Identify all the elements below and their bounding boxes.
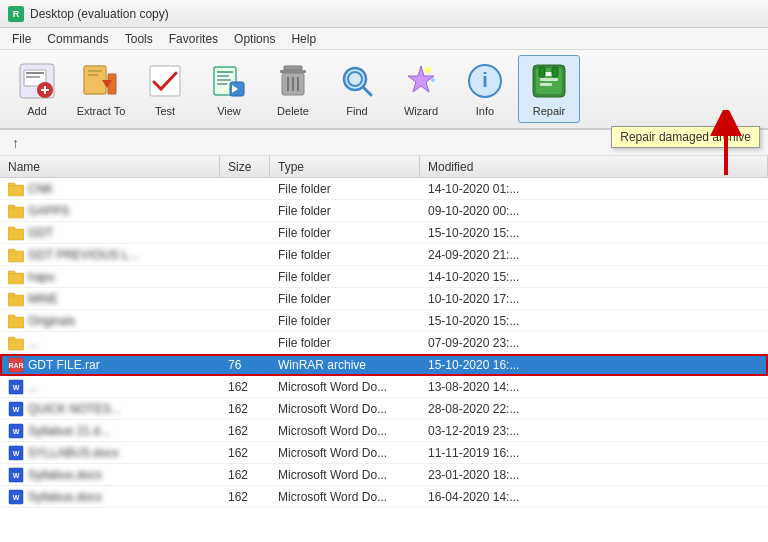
- table-row[interactable]: MINE File folder 10-10-2020 17:...: [0, 288, 768, 310]
- table-row[interactable]: W Syllabus 21.d... 162 Microsoft Word Do…: [0, 420, 768, 442]
- file-size: [220, 342, 270, 344]
- nav-up-button[interactable]: ↑: [6, 133, 25, 153]
- file-size: 76: [220, 357, 270, 373]
- menu-tools[interactable]: Tools: [117, 30, 161, 48]
- table-row[interactable]: W Syllabus.docx 162 Microsoft Word Do...…: [0, 464, 768, 486]
- tooltip: Repair damaged archive: [611, 126, 760, 148]
- svg-point-30: [425, 67, 431, 73]
- file-type: Microsoft Word Do...: [270, 467, 420, 483]
- svg-rect-16: [217, 79, 231, 81]
- file-size: [220, 298, 270, 300]
- table-row[interactable]: W SYLLABUS.docx 162 Microsoft Word Do...…: [0, 442, 768, 464]
- add-label: Add: [27, 105, 47, 117]
- table-row[interactable]: GDT File folder 15-10-2020 15:...: [0, 222, 768, 244]
- file-name: ...: [0, 334, 220, 352]
- find-icon: [337, 61, 377, 101]
- svg-rect-17: [217, 83, 227, 85]
- svg-rect-52: [8, 271, 15, 274]
- menu-file[interactable]: File: [4, 30, 39, 48]
- table-row[interactable]: GAPPS File folder 09-10-2020 00:...: [0, 200, 768, 222]
- svg-rect-39: [539, 67, 545, 77]
- file-icon: [8, 203, 24, 219]
- file-type: File folder: [270, 225, 420, 241]
- col-type[interactable]: Type: [270, 156, 420, 177]
- svg-text:W: W: [13, 406, 20, 413]
- file-icon: RAR: [8, 357, 24, 373]
- svg-rect-50: [8, 249, 15, 252]
- menu-options[interactable]: Options: [226, 30, 283, 48]
- menu-help[interactable]: Help: [283, 30, 324, 48]
- view-button[interactable]: View: [198, 55, 260, 123]
- svg-rect-56: [8, 315, 15, 318]
- menu-commands[interactable]: Commands: [39, 30, 116, 48]
- svg-text:W: W: [13, 450, 20, 457]
- test-button[interactable]: Test: [134, 55, 196, 123]
- svg-rect-54: [8, 293, 15, 296]
- file-icon: W: [8, 379, 24, 395]
- svg-rect-47: [8, 229, 24, 240]
- file-modified: 14-10-2020 01:...: [420, 181, 768, 197]
- file-size: [220, 188, 270, 190]
- file-name: MINE: [0, 290, 220, 308]
- svg-rect-51: [8, 273, 24, 284]
- file-modified: 28-08-2020 22:...: [420, 401, 768, 417]
- file-icon: W: [8, 489, 24, 505]
- add-button[interactable]: Add: [6, 55, 68, 123]
- svg-text:W: W: [13, 494, 20, 501]
- file-type: File folder: [270, 313, 420, 329]
- extract-label: Extract To: [77, 105, 126, 117]
- svg-text:i: i: [482, 69, 488, 91]
- file-size: [220, 320, 270, 322]
- file-icon: W: [8, 467, 24, 483]
- file-icon: [8, 291, 24, 307]
- wizard-button[interactable]: Wizard: [390, 55, 452, 123]
- file-type: File folder: [270, 291, 420, 307]
- repair-button[interactable]: Repair: [518, 55, 580, 123]
- table-row[interactable]: hapu File folder 14-10-2020 15:...: [0, 266, 768, 288]
- delete-button[interactable]: Delete: [262, 55, 324, 123]
- delete-label: Delete: [277, 105, 309, 117]
- table-row[interactable]: RAR GDT FILE.rar 76 WinRAR archive 15-10…: [0, 354, 768, 376]
- svg-rect-38: [540, 83, 552, 86]
- col-name[interactable]: Name: [0, 156, 220, 177]
- svg-rect-45: [8, 207, 24, 218]
- svg-rect-15: [217, 75, 229, 77]
- svg-text:W: W: [13, 428, 20, 435]
- file-size: 162: [220, 379, 270, 395]
- svg-rect-8: [88, 70, 102, 72]
- file-icon: [8, 269, 24, 285]
- table-row[interactable]: W QUICK NOTES... 162 Microsoft Word Do..…: [0, 398, 768, 420]
- col-modified[interactable]: Modified: [420, 156, 768, 177]
- file-size: 162: [220, 423, 270, 439]
- file-size: 162: [220, 489, 270, 505]
- file-size: [220, 210, 270, 212]
- svg-rect-3: [26, 76, 40, 78]
- file-name: GDT PREVIOUS L...: [0, 246, 220, 264]
- col-size[interactable]: Size: [220, 156, 270, 177]
- menu-favorites[interactable]: Favorites: [161, 30, 226, 48]
- find-button[interactable]: Find: [326, 55, 388, 123]
- file-type: File folder: [270, 203, 420, 219]
- table-row[interactable]: GDT PREVIOUS L... File folder 24-09-2020…: [0, 244, 768, 266]
- file-type: File folder: [270, 181, 420, 197]
- table-row[interactable]: Originals File folder 15-10-2020 15:...: [0, 310, 768, 332]
- table-row[interactable]: W ... 162 Microsoft Word Do... 13-08-202…: [0, 376, 768, 398]
- file-size: 162: [220, 445, 270, 461]
- extract-button[interactable]: Extract To: [70, 55, 132, 123]
- info-button[interactable]: i Info: [454, 55, 516, 123]
- svg-text:W: W: [13, 384, 20, 391]
- table-row[interactable]: ... File folder 07-09-2020 23:...: [0, 332, 768, 354]
- svg-rect-37: [540, 78, 558, 81]
- svg-rect-14: [217, 71, 233, 73]
- svg-rect-40: [552, 67, 558, 77]
- svg-line-28: [363, 87, 371, 95]
- table-row[interactable]: CNK File folder 14-10-2020 01:...: [0, 178, 768, 200]
- svg-point-31: [431, 78, 435, 82]
- table-row[interactable]: W Syllabus.docx 162 Microsoft Word Do...…: [0, 486, 768, 508]
- file-size: [220, 276, 270, 278]
- svg-rect-48: [8, 227, 15, 230]
- info-icon: i: [465, 61, 505, 101]
- file-type: File folder: [270, 247, 420, 263]
- file-icon: [8, 335, 24, 351]
- svg-rect-2: [26, 72, 44, 74]
